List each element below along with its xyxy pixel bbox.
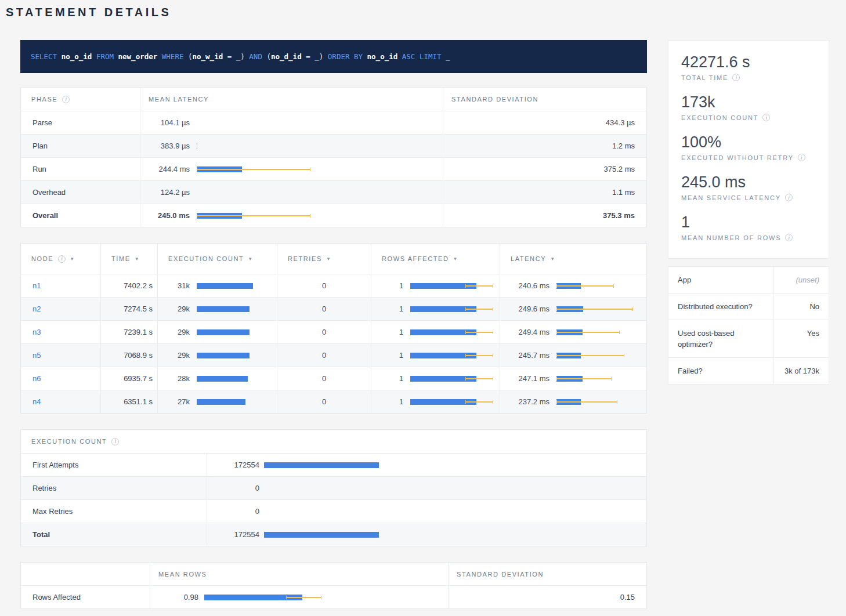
latency-cell: 249.4 ms	[500, 321, 646, 343]
sql-token: no_d_id	[271, 52, 302, 61]
latency-column-header[interactable]: LATENCY ▼	[500, 244, 646, 274]
stddev-line	[465, 332, 493, 333]
node-link[interactable]: n2	[32, 305, 41, 313]
latency-bar	[556, 329, 635, 335]
rows-affected-column-header[interactable]: ROWS AFFECTED ▼	[371, 244, 500, 274]
phase-label: Run	[21, 158, 140, 180]
retries-column-label: RETRIES	[288, 255, 322, 262]
exec-row-label: Total	[21, 523, 207, 546]
info-icon[interactable]: i	[111, 438, 119, 445]
execution-count-cell: 29k	[157, 298, 277, 320]
info-icon[interactable]: i	[785, 234, 793, 241]
execution-count-bar	[197, 283, 255, 289]
stddev-line	[556, 285, 614, 287]
rows-affected-cell: 1	[371, 298, 500, 320]
stat-executed-without-retry: 100% EXECUTED WITHOUT RETRY i	[681, 133, 822, 161]
info-icon[interactable]: i	[62, 96, 70, 103]
sort-desc-icon[interactable]: ▼	[550, 256, 555, 262]
latency-bar-chart	[197, 213, 313, 219]
execution-count-bar	[197, 353, 255, 358]
blank-column-header	[21, 563, 150, 585]
exec-row-label: Retries	[21, 477, 207, 499]
bar-fill	[197, 283, 253, 289]
retries-value: 0	[277, 274, 371, 297]
rows-affected-cell: 1	[371, 390, 500, 413]
info-icon[interactable]: i	[58, 255, 66, 263]
mean-latency-cell: 245.0 ms	[140, 204, 443, 227]
info-icon[interactable]: i	[732, 74, 740, 81]
rows-table-header: MEAN ROWS STANDARD DEVIATION	[21, 563, 646, 585]
mean-rows-column-label: MEAN ROWS	[158, 571, 207, 578]
mean-latency-cell: 124.2 µs	[140, 181, 443, 204]
table-row: Total 172554	[21, 523, 646, 546]
node-column-header[interactable]: NODE i ▼	[21, 244, 100, 274]
time-value: 7239.1 s	[100, 321, 157, 343]
mean-latency-cell: 244.4 ms	[140, 158, 443, 180]
node-link[interactable]: n3	[32, 328, 41, 336]
latency-cell: 237.2 ms	[500, 390, 646, 413]
stddev-line	[197, 146, 197, 147]
attribute-value: No	[773, 293, 829, 320]
execution-count-column-header[interactable]: EXECUTION COUNT ▼	[157, 244, 277, 274]
info-icon[interactable]: i	[762, 114, 770, 121]
info-icon[interactable]: i	[785, 194, 793, 201]
time-value: 7274.5 s	[100, 298, 157, 320]
exec-count-cell: 172554	[207, 454, 646, 476]
stddev-line	[556, 401, 617, 403]
latency-value: 245.7 ms	[500, 351, 549, 360]
stddev-line	[465, 378, 493, 379]
sql-token: (	[266, 52, 271, 61]
rows-affected-bar	[410, 329, 497, 335]
node-link[interactable]: n4	[32, 397, 41, 406]
mean-rows-bar	[204, 595, 332, 600]
execution-count-table-label: EXECUTION COUNT	[31, 438, 107, 445]
attribute-row-distributed-execution: Distributed execution? No	[668, 293, 829, 320]
sql-token: ORDER BY	[328, 52, 367, 61]
stat-label-text: EXECUTION COUNT	[681, 114, 758, 121]
stat-label: MEAN SERVICE LATENCY i	[681, 194, 822, 201]
latency-value: 240.6 ms	[500, 281, 549, 290]
table-row: Retries 0	[21, 476, 646, 499]
latency-bar-chart	[197, 143, 313, 149]
mean-latency-cell: 383.9 µs	[140, 135, 443, 157]
exec-row-label: First Attempts	[21, 454, 207, 476]
retries-column-header[interactable]: RETRIES ▼	[277, 244, 371, 274]
stat-label-text: MEAN SERVICE LATENCY	[681, 194, 781, 201]
rows-affected-bar	[410, 353, 497, 358]
attribute-value: 3k of 173k	[773, 358, 829, 384]
statement-attributes-card: App (unset) Distributed execution? No Us…	[668, 266, 829, 385]
stat-value: 100%	[681, 133, 822, 151]
sort-desc-icon[interactable]: ▼	[453, 256, 458, 262]
statement-details-page: STATEMENT DETAILS SELECT no_o_id FROM ne…	[0, 0, 846, 616]
latency-cell: 249.6 ms	[500, 298, 646, 320]
sort-desc-icon[interactable]: ▼	[248, 256, 252, 262]
info-icon[interactable]: i	[798, 154, 805, 161]
time-column-header[interactable]: TIME ▼	[100, 244, 157, 274]
table-row: n5 7068.9 s 29k 0 1 245.7 ms	[21, 343, 646, 367]
time-value: 7402.2 s	[100, 274, 157, 297]
time-value: 7068.9 s	[100, 344, 157, 367]
node-link[interactable]: n6	[32, 374, 41, 383]
table-row: Overhead 124.2 µs 1.1 ms	[21, 180, 646, 204]
phase-label: Parse	[21, 111, 140, 134]
mean-rows-column-header: MEAN ROWS	[150, 563, 448, 585]
rows-affected-table: MEAN ROWS STANDARD DEVIATION Rows Affect…	[20, 562, 647, 609]
mean-latency-value: 244.4 ms	[140, 165, 190, 173]
sql-token: WHERE	[162, 52, 188, 61]
sort-desc-icon[interactable]: ▼	[70, 256, 74, 262]
sort-desc-icon[interactable]: ▼	[135, 256, 139, 262]
node-link[interactable]: n1	[32, 281, 41, 290]
retries-value: 0	[277, 367, 371, 390]
rows-affected-label: Rows Affected	[21, 586, 150, 608]
rows-affected-value: 1	[371, 281, 403, 290]
execution-count-bar	[197, 306, 255, 312]
stat-execution-count: 173k EXECUTION COUNT i	[681, 93, 822, 121]
exec-count-value: 0	[207, 484, 259, 492]
sort-desc-icon[interactable]: ▼	[326, 256, 331, 262]
attribute-value: (unset)	[773, 267, 829, 293]
side-column: 42271.6 s TOTAL TIME i 173k EXECUTION CO…	[668, 40, 829, 385]
bar-fill	[264, 462, 379, 468]
attribute-label: Distributed execution?	[668, 293, 773, 320]
node-link[interactable]: n5	[32, 351, 41, 360]
sql-token: (	[188, 52, 193, 61]
